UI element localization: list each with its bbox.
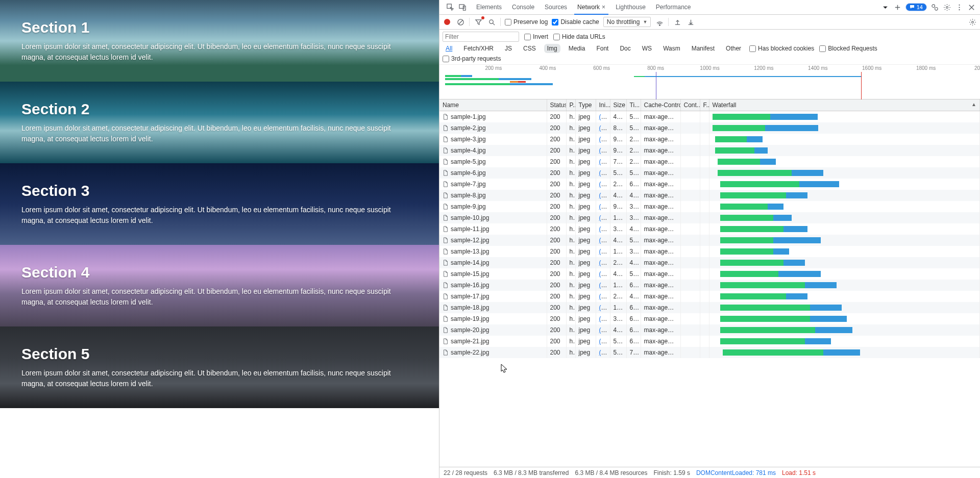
network-settings-icon[interactable] <box>968 17 977 27</box>
search-icon[interactable] <box>487 17 496 27</box>
initiator-link[interactable]: (i... <box>599 158 608 165</box>
request-row[interactable]: sample-4.jpg200h...jpeg(i...97...25...ma… <box>439 145 980 156</box>
filter-pill-media[interactable]: Media <box>566 44 589 53</box>
import-har-icon[interactable] <box>673 17 682 27</box>
disable-cache-checkbox[interactable]: Disable cache <box>552 18 599 26</box>
initiator-link[interactable]: (i... <box>599 124 608 132</box>
column-header[interactable]: Type <box>575 99 596 111</box>
column-header[interactable]: Ini... <box>596 99 610 111</box>
initiator-link[interactable]: (i... <box>599 214 608 221</box>
request-row[interactable]: sample-14.jpg200h...jpeg(i...25...44...m… <box>439 257 980 268</box>
filter-pill-font[interactable]: Font <box>593 44 611 53</box>
request-row[interactable]: sample-17.jpg200h...jpeg(i...26...45...m… <box>439 291 980 302</box>
initiator-link[interactable]: (i... <box>599 169 608 177</box>
tab-lighthouse[interactable]: Lighthouse <box>610 0 651 14</box>
initiator-link[interactable]: (i... <box>599 338 608 345</box>
initiator-link[interactable]: (i... <box>599 282 608 289</box>
request-row[interactable]: sample-18.jpg200h...jpeg(i...19...64...m… <box>439 302 980 313</box>
request-row[interactable]: sample-13.jpg200h...jpeg(i...12...35...m… <box>439 246 980 257</box>
network-conditions-icon[interactable] <box>655 17 664 27</box>
filter-pill-all[interactable]: All <box>443 44 455 53</box>
column-header[interactable]: F... <box>700 99 709 111</box>
overlay-config-icon[interactable] <box>930 3 939 12</box>
close-tab-icon[interactable]: × <box>602 4 605 11</box>
tab-sources[interactable]: Sources <box>540 0 572 14</box>
initiator-link[interactable]: (i... <box>599 304 608 311</box>
request-row[interactable]: sample-1.jpg200h...jpeg(i...40...54...ma… <box>439 111 980 123</box>
settings-icon[interactable] <box>942 3 951 12</box>
request-row[interactable]: sample-9.jpg200h...jpeg(i...92...30...ma… <box>439 201 980 212</box>
column-header[interactable]: Cache-Control <box>641 99 680 111</box>
request-row[interactable]: sample-5.jpg200h...jpeg(i...76...26...ma… <box>439 156 980 167</box>
close-devtools-icon[interactable] <box>967 3 976 12</box>
tab-performance[interactable]: Performance <box>651 0 696 14</box>
throttling-select[interactable]: No throttling▼ <box>603 17 651 27</box>
network-table[interactable]: NameStatusP...TypeIni...SizeTi...Cache-C… <box>439 99 980 467</box>
initiator-link[interactable]: (i... <box>599 259 608 266</box>
filter-pill-doc[interactable]: Doc <box>617 44 633 53</box>
filter-pill-js[interactable]: JS <box>502 44 515 53</box>
request-row[interactable]: sample-11.jpg200h...jpeg(i...35...43...m… <box>439 223 980 235</box>
tab-elements[interactable]: Elements <box>471 0 507 14</box>
inspect-element-icon[interactable] <box>446 3 455 12</box>
initiator-link[interactable]: (i... <box>599 203 608 210</box>
request-row[interactable]: sample-20.jpg200h...jpeg(i...45...69...m… <box>439 324 980 336</box>
initiator-link[interactable]: (i... <box>599 237 608 244</box>
request-row[interactable]: sample-7.jpg200h...jpeg(i...20...62...ma… <box>439 179 980 190</box>
network-overview[interactable]: 200 ms400 ms600 ms800 ms1000 ms1200 ms14… <box>439 65 980 99</box>
column-header[interactable]: Status <box>547 99 566 111</box>
filter-pill-ws[interactable]: WS <box>639 44 655 53</box>
column-header[interactable]: Waterfall▲ <box>709 99 980 111</box>
column-header[interactable]: P... <box>566 99 575 111</box>
clear-button[interactable] <box>456 17 465 27</box>
request-row[interactable]: sample-10.jpg200h...jpeg(i...14...35...m… <box>439 212 980 223</box>
page-preview[interactable]: Section 1Lorem ipsum dolor sit amet, con… <box>0 0 439 478</box>
initiator-link[interactable]: (i... <box>599 147 608 154</box>
column-header[interactable]: Cont... <box>680 99 700 111</box>
initiator-link[interactable]: (i... <box>599 270 608 278</box>
initiator-link[interactable]: (i... <box>599 225 608 233</box>
initiator-link[interactable]: (i... <box>599 113 608 120</box>
initiator-link[interactable]: (i... <box>599 326 608 334</box>
preserve-log-checkbox[interactable]: Preserve log <box>505 18 548 26</box>
initiator-link[interactable]: (i... <box>599 248 608 255</box>
record-button[interactable] <box>443 17 452 27</box>
blocked-requests-checkbox[interactable]: Blocked Requests <box>819 45 877 52</box>
initiator-link[interactable]: (i... <box>599 315 608 322</box>
request-row[interactable]: sample-6.jpg200h...jpeg(i...59...56...ma… <box>439 167 980 179</box>
filter-pill-wasm[interactable]: Wasm <box>660 44 683 53</box>
initiator-link[interactable]: (i... <box>599 192 608 199</box>
filter-pill-css[interactable]: CSS <box>520 44 539 53</box>
kebab-menu-icon[interactable] <box>954 3 964 12</box>
request-row[interactable]: sample-15.jpg200h...jpeg(i...47...55...m… <box>439 268 980 280</box>
filter-pill-img[interactable]: Img <box>544 44 560 53</box>
initiator-link[interactable]: (i... <box>599 349 608 356</box>
tab-network[interactable]: Network× <box>572 0 610 14</box>
filter-toggle-icon[interactable] <box>474 17 483 27</box>
request-row[interactable]: sample-22.jpg200h...jpeg(i...58...73...m… <box>439 347 980 358</box>
third-party-checkbox[interactable]: 3rd-party requests <box>443 55 501 62</box>
has-blocked-cookies-checkbox[interactable]: Has blocked cookies <box>749 45 814 52</box>
request-row[interactable]: sample-21.jpg200h...jpeg(i...51...60...m… <box>439 336 980 347</box>
column-header[interactable]: Ti... <box>626 99 641 111</box>
new-tab-icon[interactable] <box>893 3 902 12</box>
request-row[interactable]: sample-12.jpg200h...jpeg(i...47...54...m… <box>439 235 980 246</box>
filter-pill-other[interactable]: Other <box>723 44 744 53</box>
tab-console[interactable]: Console <box>507 0 540 14</box>
filter-pill-manifest[interactable]: Manifest <box>689 44 718 53</box>
initiator-link[interactable]: (i... <box>599 136 608 143</box>
request-row[interactable]: sample-3.jpg200h...jpeg(i...90...26...ma… <box>439 134 980 145</box>
request-row[interactable]: sample-16.jpg200h...jpeg(i...13...61...m… <box>439 280 980 291</box>
request-row[interactable]: sample-2.jpg200h...jpeg(i...87...54...ma… <box>439 122 980 134</box>
initiator-link[interactable]: (i... <box>599 181 608 188</box>
initiator-link[interactable]: (i... <box>599 293 608 300</box>
more-tabs-icon[interactable] <box>881 3 890 12</box>
export-har-icon[interactable] <box>686 17 695 27</box>
column-header[interactable]: Size <box>610 99 626 111</box>
messages-badge[interactable]: 14 <box>905 3 927 11</box>
device-toggle-icon[interactable] <box>458 3 467 12</box>
filter-input[interactable] <box>443 32 519 42</box>
filter-pill-fetchxhr[interactable]: Fetch/XHR <box>460 44 497 53</box>
invert-checkbox[interactable]: Invert <box>524 33 548 40</box>
request-row[interactable]: sample-19.jpg200h...jpeg(i...38...67...m… <box>439 313 980 324</box>
